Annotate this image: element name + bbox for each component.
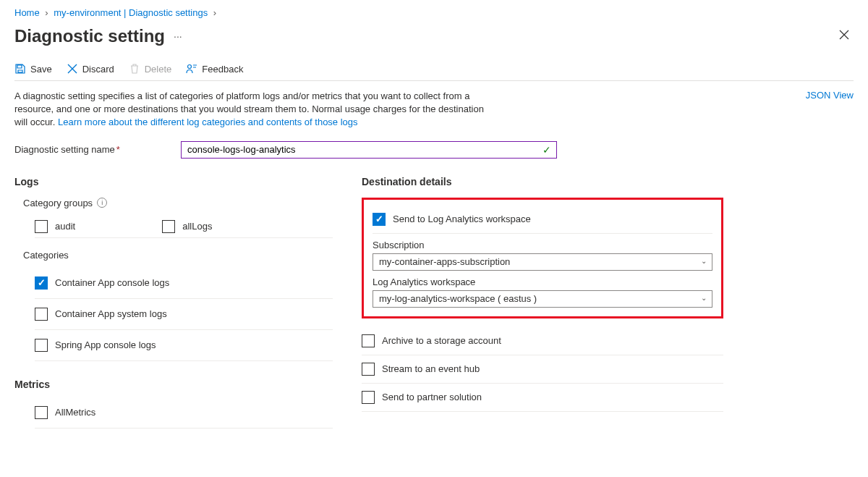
categories-label: Categories: [23, 250, 69, 261]
alllogs-checkbox[interactable]: [162, 220, 175, 233]
system-logs-label: Container App system logs: [55, 308, 167, 319]
chevron-right-icon: ›: [213, 7, 216, 18]
description-text: A diagnostic setting specifies a list of…: [14, 90, 492, 130]
eventhub-checkbox[interactable]: [362, 363, 375, 376]
log-analytics-checkbox[interactable]: [373, 213, 386, 226]
destination-heading: Destination details: [362, 176, 723, 187]
highlight-box: Send to Log Analytics workspace Subscrip…: [362, 198, 723, 318]
svg-point-0: [188, 65, 192, 69]
system-logs-checkbox[interactable]: [35, 308, 48, 321]
logs-heading: Logs: [14, 176, 333, 187]
allmetrics-checkbox[interactable]: [35, 406, 48, 419]
storage-checkbox[interactable]: [362, 334, 375, 347]
storage-label: Archive to a storage account: [382, 335, 501, 346]
json-view-link[interactable]: JSON View: [806, 90, 854, 101]
info-icon[interactable]: i: [97, 198, 107, 208]
alllogs-label: allLogs: [182, 221, 212, 232]
page-title: Diagnostic setting: [14, 26, 165, 46]
more-menu-icon[interactable]: ···: [174, 30, 182, 42]
category-groups-label: Category groups: [23, 198, 93, 208]
spring-logs-label: Spring App console logs: [55, 339, 156, 350]
toolbar: Save Discard Delete Feedback: [14, 57, 854, 81]
save-button[interactable]: Save: [14, 63, 52, 75]
delete-label: Delete: [145, 64, 172, 75]
subscription-value: my-container-apps-subscription: [379, 256, 510, 267]
subscription-dropdown[interactable]: my-container-apps-subscription ⌄: [373, 253, 712, 271]
spring-logs-checkbox[interactable]: [35, 339, 48, 352]
required-indicator: *: [116, 144, 120, 155]
delete-icon: [129, 63, 140, 75]
learn-more-link[interactable]: Learn more about the different log categ…: [58, 117, 358, 127]
partner-checkbox[interactable]: [362, 391, 375, 404]
subscription-label: Subscription: [373, 240, 712, 250]
partner-label: Send to partner solution: [382, 392, 482, 402]
log-analytics-label: Send to Log Analytics workspace: [393, 214, 531, 224]
eventhub-label: Stream to an event hub: [382, 363, 480, 374]
setting-name-input[interactable]: [181, 141, 557, 159]
save-label: Save: [30, 64, 52, 75]
feedback-label: Feedback: [202, 64, 243, 75]
breadcrumb: Home › my-environment | Diagnostic setti…: [14, 7, 854, 18]
discard-label: Discard: [82, 64, 114, 75]
discard-button[interactable]: Discard: [67, 63, 114, 75]
close-button[interactable]: [835, 25, 854, 47]
allmetrics-label: AllMetrics: [55, 407, 95, 418]
breadcrumb-path[interactable]: my-environment | Diagnostic settings: [54, 7, 208, 18]
audit-checkbox[interactable]: [35, 220, 48, 233]
workspace-dropdown[interactable]: my-log-analytics-workspace ( eastus ) ⌄: [373, 290, 712, 308]
breadcrumb-home[interactable]: Home: [14, 7, 40, 18]
console-logs-checkbox[interactable]: [35, 277, 48, 290]
chevron-right-icon: ›: [45, 7, 48, 18]
discard-icon: [67, 63, 78, 75]
setting-name-label: Diagnostic setting name*: [14, 144, 181, 155]
workspace-value: my-log-analytics-workspace ( eastus ): [379, 293, 537, 304]
feedback-icon: [186, 63, 197, 75]
save-icon: [14, 63, 26, 75]
audit-label: audit: [55, 221, 75, 232]
feedback-button[interactable]: Feedback: [186, 63, 243, 75]
metrics-heading: Metrics: [14, 379, 333, 390]
console-logs-label: Container App console logs: [55, 277, 169, 288]
workspace-label: Log Analytics workspace: [373, 277, 712, 287]
close-icon: [839, 30, 849, 40]
valid-check-icon: ✓: [542, 144, 551, 156]
delete-button: Delete: [129, 63, 172, 75]
